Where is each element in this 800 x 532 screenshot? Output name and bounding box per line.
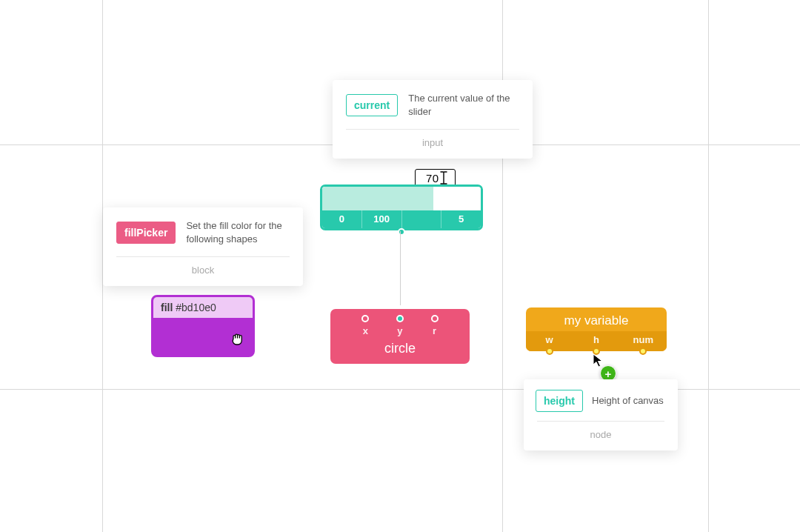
circle-node[interactable]: x y r circle bbox=[330, 309, 470, 364]
plus-icon: + bbox=[605, 368, 612, 379]
tooltip-badge: height bbox=[536, 390, 583, 412]
slider-min[interactable]: 0 bbox=[322, 210, 362, 228]
tooltip-badge: current bbox=[346, 94, 398, 116]
slider-track[interactable] bbox=[322, 187, 481, 210]
circle-input-x[interactable]: x bbox=[361, 315, 369, 336]
slider-fill bbox=[322, 187, 433, 210]
tooltip-badge: fillPicker bbox=[116, 222, 176, 244]
var-output-num[interactable]: num bbox=[620, 331, 667, 351]
slider-step[interactable]: 5 bbox=[441, 210, 481, 228]
port-icon[interactable] bbox=[639, 348, 647, 355]
var-output-w[interactable]: w bbox=[526, 331, 573, 351]
output-label: w bbox=[546, 334, 553, 345]
slider-node[interactable]: 0 100 5 bbox=[320, 184, 483, 230]
circle-input-r[interactable]: r bbox=[431, 315, 439, 336]
variable-node[interactable]: my variable w h num bbox=[526, 307, 667, 351]
slider-params: 0 100 5 bbox=[322, 210, 481, 228]
tooltip-height: height Height of canvas node bbox=[524, 379, 678, 450]
input-label: x bbox=[363, 325, 368, 336]
port-icon[interactable] bbox=[546, 348, 553, 355]
circle-title: circle bbox=[330, 339, 470, 356]
slider-empty[interactable] bbox=[402, 210, 442, 228]
tooltip-fillpicker: fillPicker Set the fill color for the fo… bbox=[103, 207, 303, 286]
tooltip-desc: The current value of the slider bbox=[408, 92, 519, 119]
tooltip-current: current The current value of the slider … bbox=[333, 80, 533, 159]
circle-input-y[interactable]: y bbox=[396, 315, 404, 336]
tooltip-desc: Set the fill color for the following sha… bbox=[186, 219, 290, 246]
fill-label: fill bbox=[161, 302, 173, 313]
fill-block[interactable]: fill #bd10e0 bbox=[151, 295, 255, 357]
slider-value: 70 bbox=[426, 172, 439, 184]
tooltip-desc: Height of canvas bbox=[592, 394, 664, 408]
text-cursor-icon bbox=[440, 171, 447, 184]
port-icon[interactable] bbox=[431, 315, 439, 322]
tooltip-footer: input bbox=[333, 130, 533, 159]
fill-color-value: #bd10e0 bbox=[176, 302, 216, 313]
port-icon[interactable] bbox=[361, 315, 369, 322]
slider-output-port[interactable] bbox=[398, 228, 405, 236]
var-output-h[interactable]: h bbox=[573, 331, 619, 351]
tooltip-footer: node bbox=[524, 422, 678, 450]
port-icon[interactable] bbox=[396, 315, 404, 322]
grid-line bbox=[0, 389, 800, 390]
grab-cursor-icon bbox=[229, 330, 247, 350]
connection-line bbox=[400, 231, 401, 305]
input-label: y bbox=[397, 325, 402, 336]
arrow-cursor-icon bbox=[593, 353, 604, 368]
output-label: h bbox=[593, 334, 599, 345]
output-label: num bbox=[633, 334, 653, 345]
fill-block-header: fill #bd10e0 bbox=[153, 297, 253, 318]
grid-line bbox=[708, 0, 709, 532]
input-label: r bbox=[433, 325, 436, 336]
tooltip-footer: block bbox=[103, 257, 303, 286]
variable-title: my variable bbox=[526, 307, 667, 331]
slider-max[interactable]: 100 bbox=[362, 210, 402, 228]
